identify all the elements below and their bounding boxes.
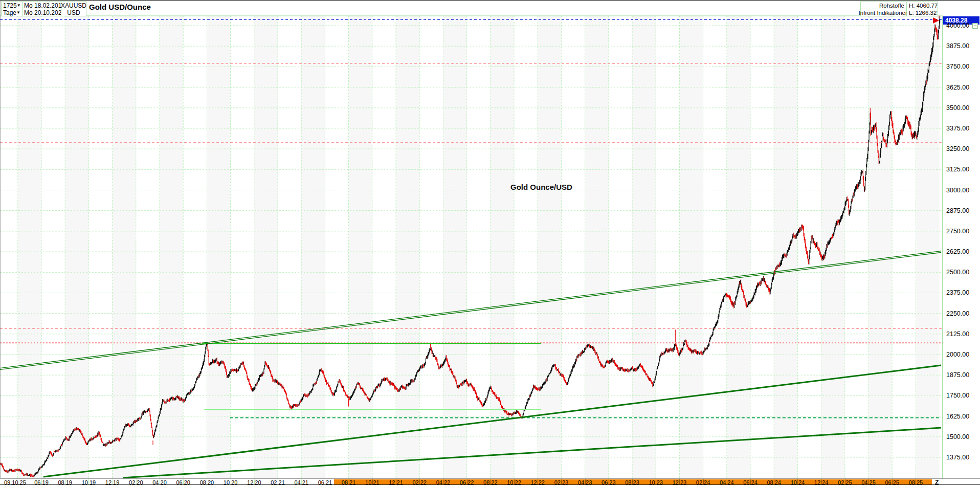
chevron-down-icon: ▼	[17, 4, 21, 8]
currency-field: USD	[61, 9, 86, 16]
low-cell: L: 1266.32	[906, 9, 938, 16]
y-axis-label: 1625.00	[946, 413, 969, 420]
y-axis-label: 3875.00	[946, 42, 969, 50]
period-dropdown[interactable]: Tage▼	[1, 9, 23, 16]
trendline-channel-upper[interactable]	[0, 251, 941, 368]
y-axis-label: 2000.00	[946, 351, 969, 358]
y-axis-label: 1875.00	[946, 371, 969, 379]
y-axis-label: 2500.00	[946, 269, 969, 276]
page-title: Gold USD/Ounce	[89, 3, 151, 11]
currency-value: USD	[67, 9, 80, 16]
chevron-down-icon: ▼	[16, 11, 20, 15]
y-axis-label: 2625.00	[946, 248, 969, 255]
y-axis-label: 1375.00	[946, 454, 969, 461]
symbol-field[interactable]: XAUUSD	[61, 2, 86, 9]
bar-count-value: 1725	[3, 2, 17, 9]
y-axis-label: 3625.00	[946, 84, 969, 91]
category-value: Rohstoffe	[879, 3, 904, 9]
horizontal-gridlines	[0, 26, 943, 457]
bar-count-dropdown[interactable]: 1725▼	[1, 2, 23, 9]
source-value: Infront Indikationen	[859, 10, 909, 16]
trendline-support-2[interactable]	[123, 428, 941, 478]
y-axis-label: 3750.00	[946, 63, 969, 70]
chart-annotation[interactable]: Gold Ounce/USD	[510, 183, 572, 191]
y-axis-label: 3500.00	[946, 104, 969, 112]
y-axis-label: 2250.00	[946, 310, 969, 317]
y-axis-label: 3000.00	[946, 187, 969, 194]
y-axis-label: 2125.00	[946, 330, 969, 338]
symbol-value: XAUUSD	[61, 2, 86, 9]
trendline-channel-upper[interactable]	[0, 252, 941, 369]
y-axis-label: 1500.00	[946, 433, 969, 440]
period-value: Tage	[3, 9, 16, 16]
period-low-value: L: 1266.32	[909, 10, 937, 16]
axis-zoom-out-button[interactable]: −	[972, 23, 978, 29]
y-axis-label: 2375.00	[946, 289, 969, 296]
y-axis-label: 3125.00	[946, 166, 969, 173]
end-date-value: Mo 20.10.2025	[24, 9, 65, 16]
period-high-value: H: 4060.77	[909, 3, 938, 9]
category-cell: Rohstoffe	[860, 2, 907, 9]
y-axis-label: 3250.00	[946, 145, 969, 152]
price-chart-canvas[interactable]	[0, 1, 980, 485]
source-cell: Infront Indikationen	[860, 9, 907, 16]
high-cell: H: 4060.77	[906, 2, 938, 9]
y-axis-label: 2875.00	[946, 207, 969, 214]
end-date-field[interactable]: Mo 20.10.2025	[22, 9, 61, 16]
y-axis-label: 2750.00	[946, 228, 969, 235]
start-date-value: Mo 18.02.2019	[24, 2, 65, 9]
y-axis-label: 3375.00	[946, 125, 969, 132]
start-date-field[interactable]: Mo 18.02.2019	[22, 2, 61, 9]
y-axis-label: 1750.00	[946, 392, 969, 399]
chart-window: 1725▼ Mo 18.02.2019 XAUUSD Tage▼ Mo 20.1…	[0, 0, 980, 485]
candles-up	[0, 16, 940, 477]
y-axis-label: 4000.00	[946, 22, 969, 29]
